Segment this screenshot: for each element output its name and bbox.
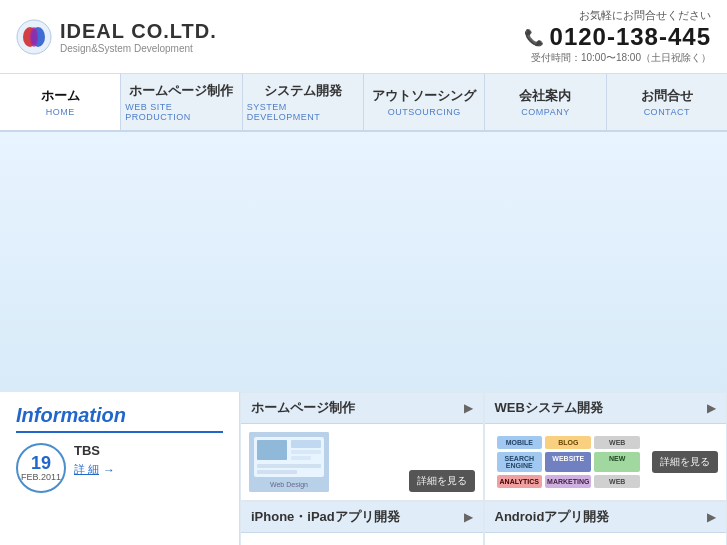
- svg-rect-8: [291, 450, 321, 454]
- nav-en-1: WEB SITE PRODUCTION: [125, 102, 237, 122]
- svg-point-3: [30, 27, 38, 47]
- tag-website: WEBSITE: [545, 452, 591, 472]
- logo-text-area: IDEAL CO.LTD. Design&System Development: [60, 20, 217, 54]
- tag-new: NEW: [594, 452, 640, 472]
- service-title-android: Androidアプリ開発: [495, 508, 610, 526]
- service-card-header-web-system: WEBシステム開発 ▶: [485, 393, 727, 424]
- service-card-homepage: ホームページ制作 ▶ Web Design: [240, 392, 484, 501]
- service-title-iphone: iPhone・iPadアプリ開発: [251, 508, 400, 526]
- bottom-section: Information 19 FEB.2011 TBS 詳 細 → ホームページ…: [0, 392, 727, 545]
- info-panel: Information 19 FEB.2011 TBS 詳 細 →: [0, 392, 240, 545]
- info-content: TBS 詳 細 →: [74, 443, 223, 477]
- service-arrow-icon-homepage: ▶: [464, 401, 473, 415]
- contact-area: お気軽にお問合せください 📞 0120-138-445 受付時間：10:00〜1…: [524, 8, 711, 65]
- info-detail-text[interactable]: 詳 細: [74, 462, 99, 477]
- nav-item-contact[interactable]: お問合せCONTACT: [607, 74, 727, 130]
- nav-en-4: COMPANY: [521, 107, 569, 117]
- info-month-year: FEB.2011: [21, 472, 61, 483]
- header: IDEAL CO.LTD. Design&System Development …: [0, 0, 727, 74]
- info-title: Information: [16, 404, 223, 433]
- service-card-body-homepage: Web Design 詳細を見る: [241, 424, 483, 500]
- tag-web1: WEB: [594, 436, 640, 449]
- service-card-iphone: iPhone・iPadアプリ開発 ▶: [240, 501, 484, 545]
- service-title-homepage: ホームページ制作: [251, 399, 355, 417]
- tag-web2: WEB: [594, 475, 640, 488]
- nav-item-company[interactable]: 会社案内COMPANY: [485, 74, 606, 130]
- svg-text:Web Design: Web Design: [270, 481, 308, 489]
- contact-hours: 受付時間：10:00〜18:00（土日祝除く）: [524, 51, 711, 65]
- service-card-header-iphone: iPhone・iPadアプリ開発 ▶: [241, 502, 483, 533]
- nav-en-5: CONTACT: [644, 107, 690, 117]
- service-card-android: Androidアプリ開発 ▶: [484, 501, 728, 545]
- nav-ja-1: ホームページ制作: [129, 82, 233, 100]
- nav-item-outsourcing[interactable]: アウトソーシングOUTSOURCING: [364, 74, 485, 130]
- contact-label: お気軽にお問合せください: [524, 8, 711, 23]
- tag-blog: BLOG: [545, 436, 591, 449]
- svg-rect-6: [257, 440, 287, 460]
- tag-search: SEARCH ENGINE: [497, 452, 543, 472]
- info-detail-link[interactable]: 詳 細 →: [74, 462, 223, 477]
- svg-rect-9: [291, 456, 311, 460]
- phone-icon: 📞: [524, 28, 544, 47]
- logo-area: IDEAL CO.LTD. Design&System Development: [16, 19, 217, 55]
- logo-icon: [16, 19, 52, 55]
- nav-en-2: SYSTEM DEVELOPMENT: [247, 102, 359, 122]
- service-card-body-android: [485, 533, 727, 545]
- service-title-web-system: WEBシステム開発: [495, 399, 603, 417]
- info-entry: 19 FEB.2011 TBS 詳 細 →: [16, 443, 223, 493]
- svg-rect-10: [257, 464, 321, 468]
- nav-item-home[interactable]: ホームHOME: [0, 74, 121, 130]
- nav-ja-0: ホーム: [41, 87, 80, 105]
- nav-item-web-site-production[interactable]: ホームページ制作WEB SITE PRODUCTION: [121, 74, 242, 130]
- nav-en-3: OUTSOURCING: [388, 107, 461, 117]
- service-card-header-android: Androidアプリ開発 ▶: [485, 502, 727, 533]
- nav-en-0: HOME: [46, 107, 75, 117]
- service-detail-btn-homepage[interactable]: 詳細を見る: [409, 470, 475, 492]
- svg-rect-11: [257, 470, 297, 474]
- contact-phone-row: 📞 0120-138-445: [524, 23, 711, 51]
- services-panel: ホームページ制作 ▶ Web Design: [240, 392, 727, 545]
- service-arrow-icon-android: ▶: [707, 510, 716, 524]
- tag-analytics: ANALYTICS: [497, 475, 543, 488]
- nav-ja-5: お問合せ: [641, 87, 693, 105]
- nav-ja-3: アウトソーシング: [372, 87, 476, 105]
- logo-company: IDEAL CO.LTD.: [60, 20, 217, 43]
- service-card-body-web-system: MOBILE BLOG WEB SEARCH ENGINE WEBSITE NE…: [485, 424, 727, 500]
- tag-mobile: MOBILE: [497, 436, 543, 449]
- service-card-header-homepage: ホームページ制作 ▶: [241, 393, 483, 424]
- nav-item-system-development[interactable]: システム開発SYSTEM DEVELOPMENT: [243, 74, 364, 130]
- hero-area: [0, 132, 727, 392]
- info-day: 19: [31, 454, 51, 472]
- service-card-web-system: WEBシステム開発 ▶ MOBILE BLOG WEB SEARCH ENGIN…: [484, 392, 728, 501]
- svg-rect-7: [291, 440, 321, 448]
- service-arrow-icon-iphone: ▶: [464, 510, 473, 524]
- nav-ja-4: 会社案内: [519, 87, 571, 105]
- info-source: TBS: [74, 443, 223, 458]
- info-arrow-icon: →: [103, 463, 115, 477]
- service-thumb-homepage: Web Design: [249, 432, 329, 492]
- info-date-badge: 19 FEB.2011: [16, 443, 66, 493]
- service-card-body-iphone: [241, 533, 483, 545]
- main-nav: ホームHOMEホームページ制作WEB SITE PRODUCTIONシステム開発…: [0, 74, 727, 132]
- nav-ja-2: システム開発: [264, 82, 342, 100]
- phone-number[interactable]: 0120-138-445: [550, 23, 711, 51]
- service-detail-btn-web-system[interactable]: 詳細を見る: [652, 451, 718, 473]
- logo-tagline: Design&System Development: [60, 43, 217, 54]
- tag-marketing: MARKETING: [545, 475, 591, 488]
- service-arrow-icon-web-system: ▶: [707, 401, 716, 415]
